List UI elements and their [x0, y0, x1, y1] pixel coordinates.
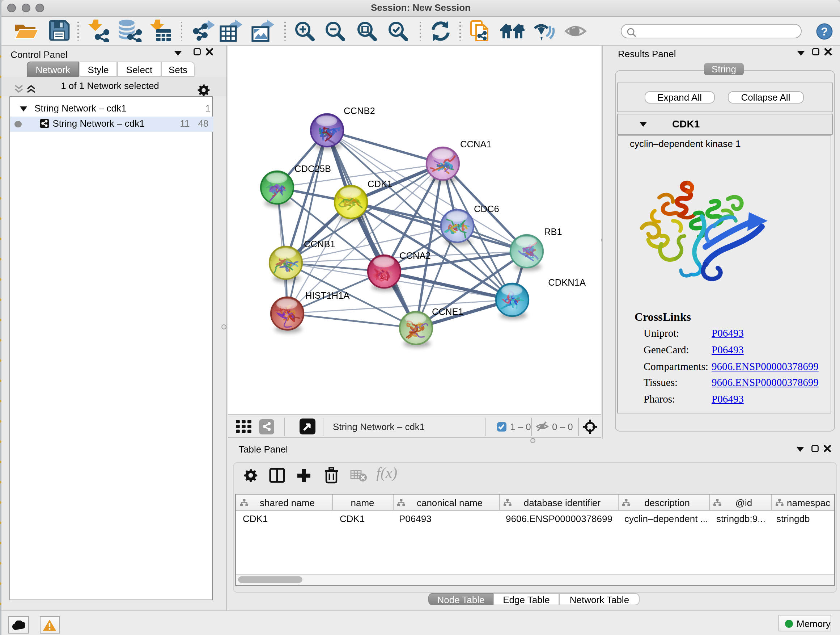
- svg-text:CCNB2: CCNB2: [344, 106, 375, 116]
- svg-text:CDK1: CDK1: [368, 179, 392, 189]
- svg-text:CCNE1: CCNE1: [432, 307, 463, 317]
- svg-text:CDC6: CDC6: [474, 204, 499, 214]
- svg-text:CCNB1: CCNB1: [304, 239, 335, 249]
- svg-text:CCNA1: CCNA1: [460, 139, 492, 149]
- svg-text:HIST1H1A: HIST1H1A: [305, 290, 350, 301]
- svg-text:RB1: RB1: [544, 226, 562, 237]
- svg-text:CDC25B: CDC25B: [294, 164, 331, 174]
- svg-text:?: ?: [821, 25, 828, 38]
- svg-text:CCNA2: CCNA2: [399, 250, 431, 261]
- svg-text:CDKN1A: CDKN1A: [548, 277, 586, 287]
